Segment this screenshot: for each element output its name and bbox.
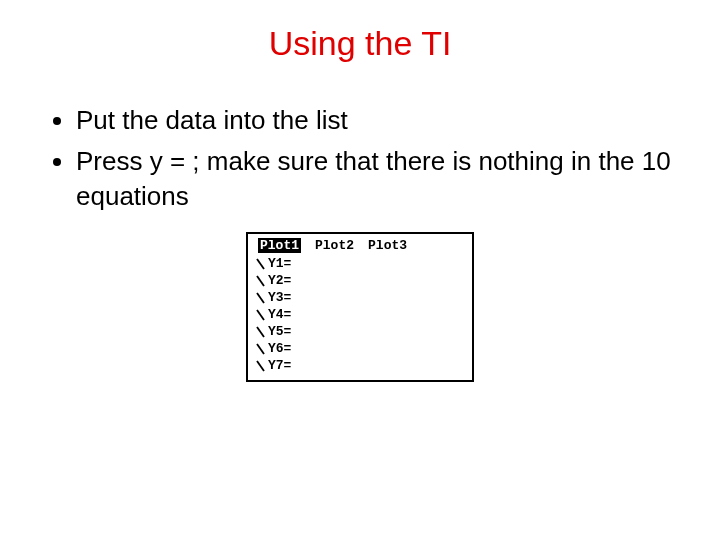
equation-label: Y5= bbox=[268, 323, 291, 340]
slide-title: Using the TI bbox=[0, 0, 720, 63]
backslash-icon bbox=[256, 343, 266, 355]
bullet-item: Press y = ; make sure that there is noth… bbox=[76, 144, 672, 214]
svg-line-0 bbox=[257, 259, 264, 269]
calculator-screen: Plot1 Plot2 Plot3 Y1= Y2= Y3= Y4= bbox=[246, 232, 474, 382]
svg-line-5 bbox=[257, 344, 264, 354]
svg-line-4 bbox=[257, 327, 264, 337]
plot-tab: Plot2 bbox=[315, 238, 354, 253]
equation-label: Y6= bbox=[268, 340, 291, 357]
slide: Using the TI Put the data into the list … bbox=[0, 0, 720, 540]
equation-label: Y2= bbox=[268, 272, 291, 289]
plot-header: Plot1 Plot2 Plot3 bbox=[258, 238, 466, 253]
equation-label: Y3= bbox=[268, 289, 291, 306]
backslash-icon bbox=[256, 309, 266, 321]
svg-line-1 bbox=[257, 276, 264, 286]
equation-row: Y7= bbox=[256, 357, 466, 374]
equation-row: Y2= bbox=[256, 272, 466, 289]
equation-row: Y1= bbox=[256, 255, 466, 272]
backslash-icon bbox=[256, 258, 266, 270]
plot-tab-selected: Plot1 bbox=[258, 238, 301, 253]
svg-line-3 bbox=[257, 310, 264, 320]
backslash-icon bbox=[256, 275, 266, 287]
equation-row: Y6= bbox=[256, 340, 466, 357]
equation-label: Y4= bbox=[268, 306, 291, 323]
equation-label: Y7= bbox=[268, 357, 291, 374]
plot-tab: Plot3 bbox=[368, 238, 407, 253]
svg-line-6 bbox=[257, 361, 264, 371]
svg-line-2 bbox=[257, 293, 264, 303]
backslash-icon bbox=[256, 292, 266, 304]
calculator-screenshot: Plot1 Plot2 Plot3 Y1= Y2= Y3= Y4= bbox=[0, 232, 720, 382]
backslash-icon bbox=[256, 360, 266, 372]
bullet-item: Put the data into the list bbox=[76, 103, 672, 138]
backslash-icon bbox=[256, 326, 266, 338]
equation-row: Y5= bbox=[256, 323, 466, 340]
bullet-list: Put the data into the list Press y = ; m… bbox=[48, 103, 672, 214]
equation-label: Y1= bbox=[268, 255, 291, 272]
equation-row: Y4= bbox=[256, 306, 466, 323]
equation-row: Y3= bbox=[256, 289, 466, 306]
